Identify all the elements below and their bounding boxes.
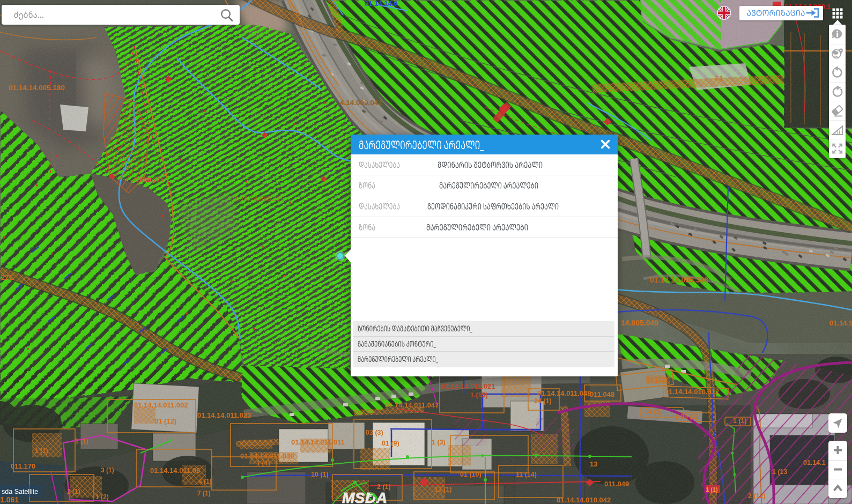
svg-text:sda Satellite: sda Satellite (2, 488, 38, 495)
